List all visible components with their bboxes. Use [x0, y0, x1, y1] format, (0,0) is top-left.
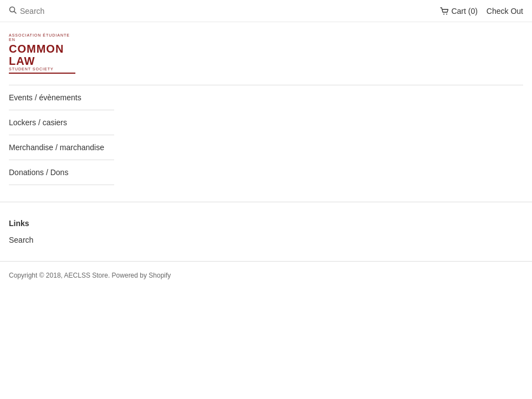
checkout-link[interactable]: Check Out [487, 7, 523, 16]
header-right: Cart (0) Check Out [440, 7, 523, 16]
cart-link[interactable]: Cart (0) [440, 7, 477, 16]
navigation: Events / évènements Lockers / casiers Me… [0, 79, 532, 191]
nav-item-events[interactable]: Events / évènements [9, 85, 114, 110]
logo-underline [9, 73, 75, 74]
links-section: Links Search [0, 202, 532, 250]
search-icon[interactable] [9, 6, 17, 16]
copyright-text: Copyright © 2018, AECLSS Store. Powered … [9, 272, 171, 279]
logo-area: ASSOCIATION ÉTUDIANTE EN COMMON LAW STUD… [0, 22, 532, 79]
site-header: Cart (0) Check Out [0, 0, 532, 22]
logo[interactable]: ASSOCIATION ÉTUDIANTE EN COMMON LAW STUD… [9, 33, 75, 74]
logo-main-text: COMMON LAW [9, 43, 75, 67]
nav-item-lockers[interactable]: Lockers / casiers [9, 110, 114, 135]
svg-point-2 [443, 13, 444, 14]
site-footer: Copyright © 2018, AECLSS Store. Powered … [0, 261, 532, 288]
links-title: Links [9, 219, 523, 228]
links-search-item[interactable]: Search [9, 236, 523, 244]
search-area [9, 6, 131, 16]
nav-item-merchandise[interactable]: Merchandise / marchandise [9, 135, 114, 160]
svg-line-1 [14, 12, 17, 14]
cart-label: Cart (0) [451, 7, 477, 16]
search-input[interactable] [20, 7, 131, 16]
logo-top-text: ASSOCIATION ÉTUDIANTE EN [9, 33, 75, 43]
svg-point-3 [446, 13, 447, 14]
nav-item-donations[interactable]: Donations / Dons [9, 160, 114, 185]
logo-bottom-text: STUDENT SOCIETY [9, 67, 75, 71]
